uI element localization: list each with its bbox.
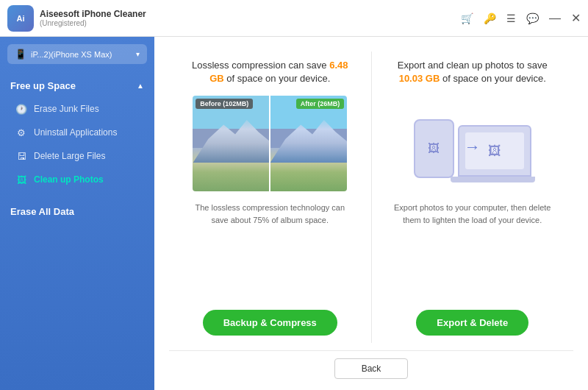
export-description: Export photos to your computer, then del… [392,202,553,226]
back-button[interactable]: Back [334,358,409,379]
laptop-image-icon: 🖼 [488,143,501,159]
app-logo: Ai [7,5,34,32]
sidebar-item-delete-large[interactable]: 🖫 Delete Large Files [0,144,154,168]
delete-large-label: Delete Large Files [34,151,105,161]
backup-compress-button[interactable]: Backup & Compress [203,310,337,336]
device-selector[interactable]: 📱 iP...2)(iPhone XS Max) ▾ [7,44,147,64]
delete-large-icon: 🖫 [15,149,28,163]
sidebar-item-erase-junk[interactable]: 🕐 Erase Junk Files [0,97,154,121]
footer-area: Back [169,350,573,379]
after-image: After (26MB) [270,96,347,191]
section-header-free-up-space[interactable]: Free up Space ▲ [0,74,154,97]
app-registered: (Unregistered) [40,19,461,27]
content-panels: Lossless compression can save 6.48 GB of… [169,52,573,343]
export-panel: Export and clean up photos to save 10.03… [372,52,574,343]
export-illustration: 🖼 → 🖼 [406,96,539,191]
sidebar-item-cleanup-photos[interactable]: 🖼 Clean up Photos [0,168,154,191]
uninstall-apps-label: Uninstall Applications [34,127,117,138]
title-bar: Ai Aiseesoft iPhone Cleaner (Unregistere… [0,0,588,37]
close-button[interactable]: ✕ [571,11,581,25]
cart-icon[interactable]: 🛒 [461,13,473,24]
compress-panel: Lossless compression can save 6.48 GB of… [169,52,372,343]
window-controls[interactable]: 🛒 🔑 ☰ 💬 — ✕ [461,11,581,25]
app-name: Aiseesoft iPhone Cleaner [40,9,461,19]
export-delete-button[interactable]: Export & Delete [416,310,528,336]
phone-image-icon: 🖼 [428,142,440,155]
cleanup-photos-label: Clean up Photos [34,174,104,185]
sidebar-item-uninstall-apps[interactable]: ⚙ Uninstall Applications [0,121,154,144]
before-mountain [193,115,270,163]
device-name: iP...2)(iPhone XS Max) [31,50,136,59]
menu-icon[interactable]: ☰ [506,13,516,24]
phone-device-shape: 🖼 [414,119,454,178]
compress-panel-title: Lossless compression can save 6.48 GB of… [184,59,356,85]
before-label: Before (102MB) [196,99,253,109]
erase-all-label: Erase All Data [10,206,74,217]
content-area: Lossless compression can save 6.48 GB of… [154,37,588,390]
app-title-block: Aiseesoft iPhone Cleaner (Unregistered) [40,9,461,27]
sidebar: 📱 iP...2)(iPhone XS Max) ▾ Free up Space… [0,37,154,390]
minimize-button[interactable]: — [549,13,561,24]
main-container: 📱 iP...2)(iPhone XS Max) ▾ Free up Space… [0,37,588,390]
export-panel-title: Export and clean up photos to save 10.03… [387,59,559,85]
sidebar-item-erase-all[interactable]: Erase All Data [0,199,154,224]
after-label: After (26MB) [296,99,345,109]
chat-icon[interactable]: 💬 [526,13,539,24]
cleanup-photos-icon: 🖼 [15,173,28,186]
uninstall-apps-icon: ⚙ [15,126,28,139]
before-image: Before (102MB) [193,96,270,191]
transfer-arrow-icon: → [465,138,481,157]
user-icon[interactable]: 🔑 [484,13,496,24]
erase-junk-icon: 🕐 [15,102,28,116]
before-after-comparison: Before (102MB) After (26MB) [193,96,347,191]
chevron-down-icon: ▾ [136,50,140,58]
comparison-divider [269,96,270,191]
erase-junk-label: Erase Junk Files [34,104,99,114]
compress-description: The lossless compression technology can … [189,202,351,226]
free-up-space-section: Free up Space ▲ 🕐 Erase Junk Files ⚙ Uni… [0,74,154,199]
chevron-up-icon: ▲ [137,82,144,90]
section-label-free-up-space: Free up Space [10,80,76,91]
laptop-base [451,177,535,182]
after-mountain [270,115,347,163]
phone-icon: 📱 [15,49,26,60]
